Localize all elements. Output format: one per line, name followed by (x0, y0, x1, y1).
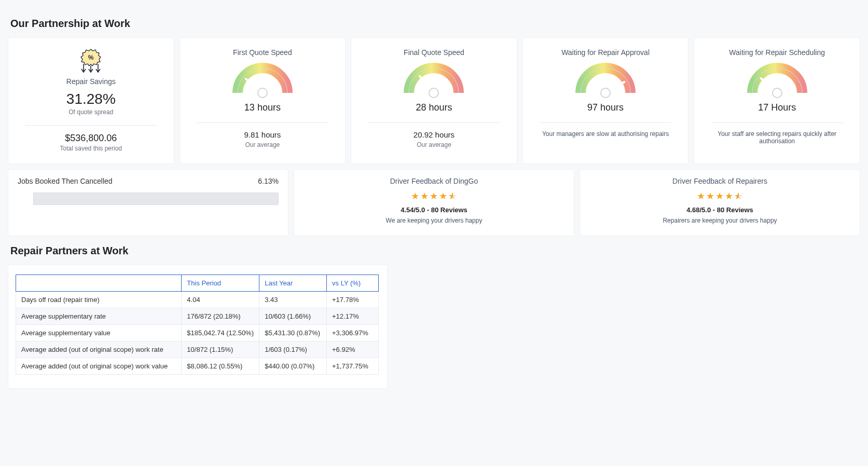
feedback-score: 4.68/5.0 - 80 Reviews (589, 206, 850, 214)
feedback-dinggo-card: Driver Feedback of DingGo ★★★★★★ 4.54/5.… (294, 170, 574, 236)
partners-table-card: This PeriodLast Yearvs LY (%) Days off r… (8, 265, 387, 388)
gauge-message: Your managers are slow at authorising re… (532, 130, 679, 138)
feedback-repairers-card: Driver Feedback of Repairers ★★★★★★ 4.68… (580, 170, 860, 236)
gauge-title: First Quote Speed (189, 48, 336, 57)
table-cell: +12.17% (327, 308, 379, 325)
table-cell: Days off road (repair time) (16, 292, 182, 308)
table-cell: 1/603 (0.17%) (259, 341, 327, 358)
gauge-repair-scheduling: Waiting for Repair Scheduling 17 Hours Y… (694, 38, 860, 163)
kpi-row: % Repair Savings 31.28% Of quote spread … (8, 38, 860, 163)
table-cell: 3.43 (259, 292, 327, 308)
table-row: Average added (out of original scope) wo… (16, 341, 379, 358)
table-row: Average supplementary value$185,042.74 (… (16, 325, 379, 341)
table-cell: 176/872 (20.18%) (182, 308, 259, 325)
gauge-icon (361, 62, 507, 99)
table-cell: $8,086.12 (0.55%) (182, 358, 259, 375)
gauge-sublabel: Our average (189, 141, 336, 148)
table-cell: +17.78% (327, 292, 379, 308)
svg-point-6 (601, 88, 610, 98)
gauge-subvalue: 20.92 hours (361, 130, 507, 139)
table-header (16, 275, 182, 292)
table-row: Days off road (repair time)4.043.43+17.7… (16, 292, 379, 308)
partners-table: This PeriodLast Yearvs LY (%) Days off r… (16, 275, 379, 375)
feedback-message: We are keeping your drivers happy (304, 217, 564, 224)
table-cell: Average added (out of original scope) wo… (16, 341, 182, 358)
feedback-title: Driver Feedback of DingGo (304, 177, 564, 185)
gauge-sublabel: Our average (361, 141, 507, 148)
feedback-row: Jobs Booked Then Cancelled 6.13% Driver … (8, 170, 860, 236)
gauge-icon (532, 62, 679, 99)
jobs-cancelled-fill (18, 193, 34, 205)
star-rating-icon: ★★★★★★ (589, 190, 850, 202)
table-cell: +3,306.97% (327, 325, 379, 341)
gauge-final-quote: Final Quote Speed 28 hours 20.92 hours O… (351, 38, 517, 163)
jobs-cancelled-title: Jobs Booked Then Cancelled (18, 177, 113, 185)
table-header: This Period (182, 275, 259, 292)
gauge-title: Waiting for Repair Scheduling (704, 48, 850, 57)
partners-section-title: Repair Partners at Work (10, 245, 860, 257)
savings-amount: $536,800.06 (18, 133, 164, 144)
gauge-repair-approval: Waiting for Repair Approval 97 hours You… (523, 38, 688, 163)
star-rating-icon: ★★★★★★ (304, 190, 564, 202)
repair-savings-card: % Repair Savings 31.28% Of quote spread … (8, 38, 174, 163)
table-cell: Average supplementary value (16, 325, 182, 341)
table-cell: 10/603 (1.66%) (259, 308, 327, 325)
gauge-value: 97 hours (532, 102, 679, 113)
table-row: Average added (out of original scope) wo… (16, 358, 379, 375)
table-cell: 10/872 (1.15%) (182, 341, 259, 358)
savings-pct: 31.28% (18, 91, 164, 107)
gauge-value: 17 Hours (704, 102, 850, 113)
savings-amount-label: Total saved this period (18, 145, 164, 152)
table-cell: +1,737.75% (327, 358, 379, 375)
savings-title: Repair Savings (18, 77, 164, 86)
jobs-cancelled-bar (18, 193, 279, 205)
table-row: Average supplementary rate176/872 (20.18… (16, 308, 379, 325)
table-header: Last Year (259, 275, 327, 292)
gauge-title: Waiting for Repair Approval (532, 48, 679, 57)
gauge-first-quote: First Quote Speed 13 hours 9.81 hours Ou… (180, 38, 346, 163)
feedback-title: Driver Feedback of Repairers (589, 177, 850, 185)
gauge-icon (189, 62, 336, 99)
jobs-cancelled-pct: 6.13% (258, 177, 279, 185)
svg-point-8 (773, 88, 782, 98)
table-header: vs LY (%) (327, 275, 379, 292)
gauge-message: Your staff are selecting repairs quickly… (704, 130, 850, 145)
gauge-icon (704, 62, 850, 99)
table-cell: Average added (out of original scope) wo… (16, 358, 182, 375)
feedback-score: 4.54/5.0 - 80 Reviews (304, 206, 564, 214)
feedback-message: Repairers are keeping your drivers happy (589, 217, 850, 224)
table-cell: Average supplementary rate (16, 308, 182, 325)
svg-point-4 (429, 88, 438, 98)
partnership-section-title: Our Partnership at Work (10, 18, 860, 30)
table-cell: 4.04 (182, 292, 259, 308)
gauge-value: 28 hours (361, 102, 507, 113)
svg-point-2 (258, 88, 267, 98)
savings-pct-label: Of quote spread (18, 108, 164, 116)
table-cell: $185,042.74 (12.50%) (182, 325, 259, 341)
jobs-cancelled-card: Jobs Booked Then Cancelled 6.13% (8, 170, 288, 236)
gauge-title: Final Quote Speed (361, 48, 507, 57)
savings-icon: % (18, 48, 164, 74)
table-cell: +6.92% (327, 341, 379, 358)
gauge-subvalue: 9.81 hours (189, 130, 336, 139)
table-cell: $5,431.30 (0.87%) (259, 325, 327, 341)
gauge-value: 13 hours (189, 102, 336, 113)
table-cell: $440.00 (0.07%) (259, 358, 327, 375)
svg-text:%: % (88, 54, 94, 61)
